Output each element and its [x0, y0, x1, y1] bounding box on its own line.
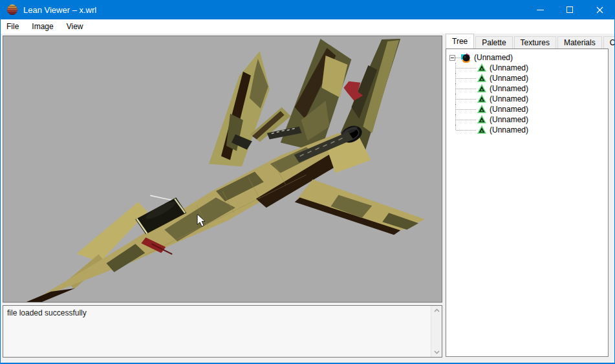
tab-tree[interactable]: Tree	[446, 34, 474, 48]
title-bar[interactable]: Lean Viewer – x.wrl	[1, 0, 614, 19]
tree-node-row[interactable]: (Unnamed)	[449, 104, 608, 114]
tree-node-row[interactable]: (Unnamed)	[449, 73, 608, 83]
tree-node-row[interactable]: (Unnamed)	[449, 114, 608, 125]
tree-root-row[interactable]: (Unnamed)	[449, 52, 608, 63]
menu-image[interactable]: Image	[25, 19, 59, 34]
close-button[interactable]	[585, 0, 614, 19]
tab-textures[interactable]: Textures	[514, 36, 556, 48]
scroll-up-arrow-icon[interactable]	[434, 308, 440, 312]
tree-connector	[455, 58, 460, 58]
menu-file[interactable]: File	[1, 19, 25, 34]
tree-node-label[interactable]: (Unnamed)	[490, 125, 528, 134]
viewport-3d[interactable]	[3, 36, 442, 303]
log-area[interactable]: file loaded successfully	[3, 305, 442, 358]
mesh-node-icon	[477, 84, 486, 93]
mesh-node-icon	[477, 94, 486, 103]
tree-node-label[interactable]: (Unnamed)	[490, 74, 528, 83]
collapse-expander-icon[interactable]	[449, 55, 455, 61]
mesh-node-icon	[477, 115, 486, 124]
mesh-node-icon	[477, 63, 486, 72]
maximize-icon	[566, 6, 573, 13]
tree-node-label[interactable]: (Unnamed)	[490, 115, 528, 124]
workspace: file loaded successfully Tree Palette Te…	[1, 34, 614, 363]
tree-node-row[interactable]: (Unnamed)	[449, 125, 608, 135]
scroll-down-arrow-icon[interactable]	[434, 350, 440, 354]
menu-view[interactable]: View	[60, 19, 90, 34]
scene-root-icon	[460, 52, 471, 63]
tree-root-label[interactable]: (Unnamed)	[474, 53, 513, 62]
close-icon	[596, 6, 603, 14]
tree-children: (Unnamed) (Unnamed) (U	[449, 63, 608, 135]
tab-options[interactable]: Options	[603, 36, 615, 48]
tree-node-label[interactable]: (Unnamed)	[490, 84, 528, 93]
right-panel-tabs: Tree Palette Textures Materials Options	[446, 34, 615, 48]
app-window: Lean Viewer – x.wrl File Image View	[0, 0, 615, 364]
minimize-button[interactable]	[525, 0, 555, 19]
jet-model	[3, 36, 442, 302]
tree-node-row[interactable]: (Unnamed)	[449, 83, 608, 94]
tree-node-label[interactable]: (Unnamed)	[490, 63, 528, 72]
mesh-node-icon	[477, 74, 486, 83]
app-logo-icon	[6, 4, 18, 16]
tree-node-row[interactable]: (Unnamed)	[449, 63, 608, 73]
tree-panel: (Unnamed) (Unnamed)	[446, 48, 609, 357]
tree-node-label[interactable]: (Unnamed)	[490, 105, 528, 114]
log-vertical-scrollbar[interactable]	[431, 306, 442, 357]
tab-palette[interactable]: Palette	[475, 36, 512, 48]
mesh-node-icon	[477, 105, 486, 114]
tab-materials[interactable]: Materials	[557, 36, 602, 48]
menu-bar: File Image View	[1, 19, 614, 34]
log-message: file loaded successfully	[3, 306, 442, 320]
window-title: Lean Viewer – x.wrl	[23, 5, 525, 15]
mesh-node-icon	[477, 125, 486, 134]
minimize-icon	[537, 10, 544, 10]
tree-node-row[interactable]: (Unnamed)	[449, 94, 608, 104]
tree-node-label[interactable]: (Unnamed)	[490, 94, 528, 103]
maximize-button[interactable]	[555, 0, 585, 19]
